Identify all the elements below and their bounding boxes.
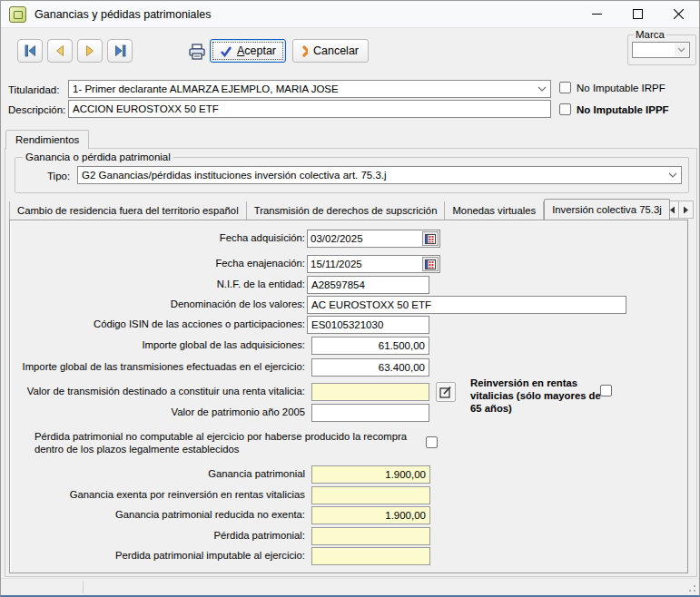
perdida-imputable-label: Perdida patrimonial imputable al ejercic… bbox=[115, 550, 305, 561]
close-icon bbox=[674, 9, 684, 19]
titularidad-label: Titularidad: bbox=[8, 84, 59, 95]
fecha-adquisicion-label: Fecha adquisición: bbox=[220, 232, 305, 243]
cancel-x-icon bbox=[302, 45, 308, 57]
minimize-icon bbox=[592, 9, 602, 19]
perdida-no-computable-checkbox[interactable] bbox=[426, 436, 438, 448]
denominacion-field[interactable] bbox=[307, 296, 626, 314]
fecha-enajenacion-input[interactable] bbox=[308, 259, 422, 269]
edit-renta-vitalicia-button[interactable] bbox=[436, 382, 456, 402]
fecha-enajenacion-field bbox=[307, 255, 440, 273]
importe-adquisiciones-label: Importe global de las adquisiciones: bbox=[142, 339, 305, 350]
importe-transmisiones-field[interactable] bbox=[311, 358, 429, 377]
perdida-patrimonial-label: Pérdida patrimonial: bbox=[214, 530, 305, 541]
importe-transmisiones-label: Importe global de las transmisiones efec… bbox=[23, 361, 305, 372]
perdida-no-computable-note: Pérdida patrimonial no computable al eje… bbox=[35, 430, 423, 455]
no-imputable-ippf-label: No Imputable IPPF bbox=[577, 104, 669, 115]
ganancia-reducida-label: Ganancia patrimonial reducida no exenta: bbox=[115, 509, 305, 520]
calendar-icon bbox=[425, 259, 436, 269]
tipo-value: G2 Ganancias/pérdidas instituciones inve… bbox=[82, 170, 387, 181]
status-bar bbox=[1, 578, 699, 595]
accept-check-icon bbox=[220, 45, 232, 57]
nif-field[interactable] bbox=[307, 276, 429, 294]
calendar-button[interactable] bbox=[422, 257, 439, 271]
tab-monedas-virtuales[interactable]: Monedas virtuales bbox=[445, 201, 544, 220]
ganancia-exenta-label: Ganancia exenta por reinversión en renta… bbox=[70, 489, 305, 500]
maximize-button[interactable] bbox=[617, 1, 658, 28]
ganancia-reducida-field[interactable] bbox=[311, 506, 430, 524]
descripcion-field[interactable] bbox=[68, 100, 551, 118]
calendar-button[interactable] bbox=[422, 231, 439, 246]
cancel-button-label: Cancelar bbox=[313, 44, 359, 57]
maximize-icon bbox=[633, 9, 643, 19]
window-controls bbox=[577, 1, 699, 28]
status-bar-divider bbox=[83, 581, 84, 593]
cancel-button[interactable]: Cancelar bbox=[292, 39, 369, 63]
pencil-icon bbox=[439, 386, 452, 398]
no-imputable-ippf-row: No Imputable IPPF bbox=[559, 103, 669, 115]
toolbar: Aceptar Cancelar Marca bbox=[1, 29, 699, 71]
ganancia-patrimonial-field[interactable] bbox=[311, 465, 430, 484]
perdida-imputable-field[interactable] bbox=[311, 547, 430, 565]
print-button[interactable] bbox=[185, 41, 209, 63]
ganancia-group: Ganancia o pérdida patrimonial Tipo: G2 … bbox=[15, 152, 689, 193]
no-imputable-irpf-checkbox[interactable] bbox=[559, 82, 571, 93]
last-record-button[interactable] bbox=[107, 39, 133, 63]
marca-select[interactable] bbox=[632, 42, 690, 58]
chevron-down-icon bbox=[675, 44, 688, 56]
fecha-adquisicion-field bbox=[307, 230, 440, 248]
first-record-button[interactable] bbox=[17, 39, 43, 63]
close-button[interactable] bbox=[658, 1, 699, 28]
fecha-enajenacion-label: Fecha enajenación: bbox=[215, 258, 305, 269]
importe-adquisiciones-field[interactable] bbox=[311, 337, 429, 355]
previous-record-button[interactable] bbox=[47, 39, 73, 63]
print-icon bbox=[188, 44, 206, 60]
isin-label: Código ISIN de las acciones o participac… bbox=[94, 318, 305, 329]
titularidad-select[interactable]: 1- Primer declarante ALMARZA EJEMPLO, MA… bbox=[68, 80, 551, 98]
reinversion-note: Reinversión en rentas vitalicias (sólo m… bbox=[470, 377, 608, 415]
tab-inversion-colectiva[interactable]: Inversión colectiva 75.3j bbox=[544, 199, 670, 220]
title-bar: Ganancias y pédidas patrimoniales bbox=[1, 1, 699, 28]
dialog-window: Ganancias y pédidas patrimoniales bbox=[0, 0, 700, 597]
isin-field[interactable] bbox=[307, 316, 429, 334]
valor-renta-vitalicia-field[interactable] bbox=[311, 383, 429, 401]
reinversion-checkbox[interactable] bbox=[600, 385, 612, 396]
minimize-button[interactable] bbox=[577, 1, 617, 28]
first-record-icon bbox=[24, 44, 37, 57]
chevron-down-icon bbox=[537, 83, 547, 94]
no-imputable-irpf-row: No Imputable IRPF bbox=[559, 82, 665, 93]
resize-grip[interactable] bbox=[685, 582, 696, 592]
tab-cambio-residencia[interactable]: Cambio de residencia fuera del territori… bbox=[9, 201, 247, 220]
ganancia-group-title: Ganancia o pérdida patrimonial bbox=[23, 152, 173, 162]
no-imputable-ippf-checkbox[interactable] bbox=[559, 103, 571, 115]
tipo-label: Tipo: bbox=[47, 171, 70, 181]
inner-tab-strip: Cambio de residencia fuera del territori… bbox=[9, 199, 665, 220]
no-imputable-irpf-label: No Imputable IRPF bbox=[577, 83, 665, 93]
accept-button[interactable]: Aceptar bbox=[210, 39, 286, 63]
window-title: Ganancias y pédidas patrimoniales bbox=[35, 8, 212, 21]
nif-label: N.I.F. de la entidad: bbox=[217, 279, 305, 289]
ganancia-exenta-field[interactable] bbox=[311, 486, 430, 504]
accept-button-label: Aceptar bbox=[237, 44, 276, 57]
perdida-patrimonial-field[interactable] bbox=[311, 527, 430, 545]
next-record-icon bbox=[84, 44, 96, 57]
chevron-down-icon bbox=[668, 170, 677, 181]
valor-renta-vitalicia-label: Valor de transmisión destinado a constit… bbox=[27, 386, 305, 396]
tipo-select[interactable]: G2 Ganancias/pérdidas instituciones inve… bbox=[77, 166, 682, 184]
arrow-right-icon bbox=[683, 206, 689, 214]
descripcion-label: Descripción: bbox=[8, 104, 65, 115]
rendimientos-tab-page: Ganancia o pérdida patrimonial Tipo: G2 … bbox=[5, 148, 697, 577]
valor-patrimonio-2005-field[interactable] bbox=[311, 404, 429, 422]
marca-label: Marca bbox=[634, 29, 666, 40]
titularidad-value: 1- Primer declarante ALMARZA EJEMPLO, MA… bbox=[73, 83, 339, 94]
calendar-icon bbox=[425, 234, 436, 244]
previous-record-icon bbox=[54, 44, 66, 57]
last-record-icon bbox=[113, 44, 127, 57]
tab-rendimientos[interactable]: Rendimientos bbox=[5, 130, 89, 149]
fecha-adquisicion-input[interactable] bbox=[308, 233, 422, 244]
inversion-colectiva-panel: Fecha adquisición: Fecha enajenación: bbox=[9, 220, 688, 573]
tab-transmision-derechos[interactable]: Transmisión de derechos de supscrición bbox=[247, 201, 446, 220]
tab-scroll-right-button[interactable] bbox=[679, 201, 694, 219]
next-record-button[interactable] bbox=[77, 39, 103, 63]
app-icon bbox=[9, 6, 26, 23]
valor-patrimonio-2005-label: Valor de patrimonio año 2005 bbox=[172, 406, 305, 417]
